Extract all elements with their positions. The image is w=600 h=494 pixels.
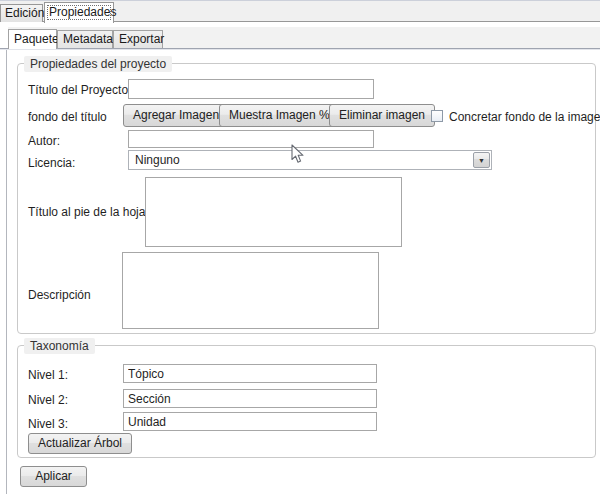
level-2-input[interactable] bbox=[123, 389, 377, 408]
properties-window: { "window": { "top_tabs": [ { "label": "… bbox=[0, 0, 600, 494]
level-3-input[interactable] bbox=[123, 412, 377, 431]
chevron-down-icon: ▼ bbox=[474, 153, 489, 169]
tab-bar-underline bbox=[0, 48, 600, 50]
level-1-label: Nivel 1: bbox=[28, 368, 68, 382]
panel-left-border bbox=[6, 50, 7, 494]
show-image-button[interactable]: Muestra Imagen %s bbox=[219, 104, 346, 127]
description-textarea[interactable] bbox=[122, 252, 379, 329]
license-label: Licencia: bbox=[28, 156, 75, 170]
apply-button[interactable]: Aplicar bbox=[20, 466, 87, 487]
level-3-label: Nivel 3: bbox=[28, 417, 68, 431]
tab-exportar[interactable]: Exportar bbox=[113, 30, 163, 48]
image-background-checkbox[interactable] bbox=[431, 110, 443, 122]
add-image-button[interactable]: Agregar Imagen bbox=[123, 104, 229, 127]
tab-paquete[interactable]: Paquete bbox=[8, 29, 57, 49]
author-label: Autor: bbox=[28, 134, 60, 148]
license-select[interactable]: Ninguno ▼ bbox=[128, 150, 492, 170]
delete-image-button[interactable]: Eliminar imagen bbox=[329, 104, 435, 127]
footer-title-textarea[interactable] bbox=[145, 177, 402, 247]
project-title-label: Título del Proyecto: bbox=[28, 83, 131, 97]
license-dropdown-button[interactable]: ▼ bbox=[473, 152, 490, 168]
project-title-input[interactable] bbox=[128, 79, 374, 99]
tab-propiedades[interactable]: Propiedades bbox=[44, 2, 114, 23]
tab-metadata[interactable]: Metadata bbox=[57, 30, 113, 48]
tab-edicion[interactable]: Edición bbox=[0, 4, 43, 22]
title-background-label: fondo del título bbox=[28, 110, 107, 124]
level-2-label: Nivel 2: bbox=[28, 393, 68, 407]
license-selected-value: Ninguno bbox=[135, 153, 180, 168]
project-properties-legend: Propiedades del proyecto bbox=[24, 56, 172, 72]
footer-title-label: Título al pie de la hoja: bbox=[28, 205, 149, 219]
update-tree-button[interactable]: Actualizar Árbol bbox=[28, 433, 132, 454]
taxonomy-legend: Taxonomía bbox=[24, 338, 95, 354]
author-input[interactable] bbox=[128, 130, 374, 148]
image-background-checkbox-label: Concretar fondo de la imagen? bbox=[449, 110, 600, 124]
description-label: Descripción bbox=[28, 288, 91, 302]
main-tab-bar: Edición Propiedades bbox=[0, 1, 600, 22]
level-1-input[interactable] bbox=[123, 364, 377, 383]
